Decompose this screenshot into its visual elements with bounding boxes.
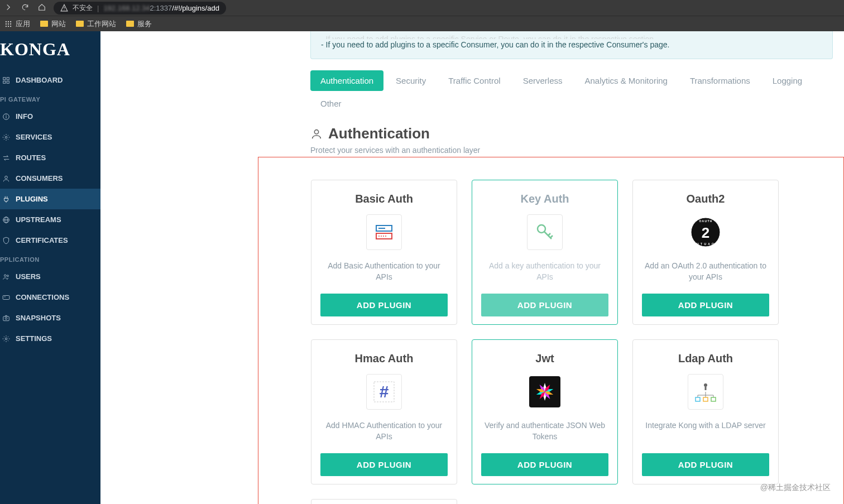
tab-logging[interactable]: Logging [763, 70, 812, 91]
plug-icon [2, 195, 10, 203]
svg-point-18 [5, 136, 7, 138]
tab-other[interactable]: Other [310, 93, 352, 114]
svg-point-35 [381, 236, 382, 237]
insecure-label: 不安全 [73, 3, 93, 13]
sidebar-item-plugins[interactable]: PLUGINS [0, 189, 100, 209]
plugin-title: Key Auth [520, 193, 569, 205]
info-icon [2, 113, 10, 121]
plugin-description: Add HMAC Authentication to your APIs [320, 420, 448, 443]
sidebar-item-dashboard[interactable]: DASHBOARD [0, 70, 100, 90]
user-icon [2, 175, 10, 183]
folder-icon [126, 21, 134, 27]
tab-authentication[interactable]: Authentication [310, 70, 383, 91]
camera-icon [2, 314, 10, 322]
svg-text:#: # [380, 382, 389, 401]
add-plugin-button[interactable]: ADD PLUGIN [642, 294, 769, 316]
sidebar-item-routes[interactable]: ROUTES [0, 147, 100, 168]
plugin-icon: # [366, 374, 402, 410]
svg-rect-25 [3, 295, 9, 299]
dashboard-icon [2, 76, 10, 84]
logo: KONGA [0, 31, 100, 70]
highlighted-region: Basic AuthAdd Basic Authentication to yo… [258, 157, 844, 504]
bookmark-folder[interactable]: 网站 [40, 19, 66, 29]
plugin-description: Verify and authenticate JSON Web Tokens [481, 420, 608, 443]
add-plugin-button[interactable]: ADD PLUGIN [320, 294, 448, 316]
tab-serverless[interactable]: Serverless [513, 70, 573, 91]
tab-security[interactable]: Security [386, 70, 436, 91]
plugin-icon [527, 374, 563, 410]
svg-text:2: 2 [702, 224, 709, 241]
sidebar-item-users[interactable]: USERS [0, 266, 100, 287]
svg-point-10 [10, 25, 11, 26]
link-icon [2, 294, 10, 301]
svg-rect-13 [3, 81, 6, 83]
svg-point-24 [7, 275, 8, 276]
section-subtitle: Protect your services with an authentica… [310, 146, 844, 155]
sidebar-item-upstreams[interactable]: UPSTREAMS [0, 209, 100, 230]
plugin-description: Add a key authentication to your APIs [481, 260, 608, 284]
svg-rect-27 [3, 316, 9, 321]
svg-point-9 [8, 25, 9, 26]
svg-rect-57 [696, 397, 700, 401]
svg-point-50 [704, 383, 707, 387]
sidebar-item-services[interactable]: SERVICES [0, 127, 100, 147]
plugin-card-hmac-auth: Hmac Auth#Add HMAC Authentication to you… [311, 339, 457, 484]
forward-icon[interactable] [4, 3, 12, 13]
add-plugin-button[interactable]: ADD PLUGIN [481, 453, 608, 476]
svg-point-4 [10, 21, 11, 22]
folder-icon [76, 21, 84, 27]
svg-line-41 [550, 236, 553, 238]
add-plugin-button[interactable]: ADD PLUGIN [481, 294, 608, 316]
svg-point-19 [5, 176, 8, 179]
svg-point-1 [64, 9, 64, 10]
sidebar-item-consumers[interactable]: CONSUMERS [0, 168, 100, 189]
svg-rect-12 [7, 77, 9, 79]
svg-point-38 [538, 225, 545, 233]
reload-icon[interactable] [21, 3, 29, 13]
apps-icon [4, 20, 12, 28]
svg-point-36 [383, 236, 384, 237]
svg-rect-51 [705, 387, 707, 390]
plugin-title: Basic Auth [355, 193, 413, 205]
svg-rect-59 [711, 397, 716, 401]
svg-point-6 [8, 23, 9, 24]
svg-text:H T U A O: H T U A O [697, 242, 714, 246]
svg-point-8 [6, 25, 7, 26]
apps-button[interactable]: 应用 [4, 19, 30, 29]
url-box[interactable]: 不安全 | 192.168.12.342:1337/#!/plugins/add [54, 2, 226, 15]
sidebar-item-connections[interactable]: CONNECTIONS [0, 287, 100, 308]
svg-point-28 [5, 317, 7, 319]
svg-point-5 [6, 23, 7, 24]
plugin-card-key-auth: Key AuthAdd a key authentication to your… [472, 180, 618, 325]
sidebar-item-certificates[interactable]: CERTIFICATES [0, 230, 100, 251]
plugin-description: Add an OAuth 2.0 authentication to your … [642, 260, 769, 284]
svg-point-17 [6, 114, 7, 115]
watermark: @稀土掘金技术社区 [760, 483, 831, 493]
sidebar-item-snapshots[interactable]: SNAPSHOTS [0, 308, 100, 328]
section-title: Authentication [328, 125, 430, 142]
sidebar-item-info[interactable]: INFO [0, 106, 100, 127]
sidebar-item-settings[interactable]: SETTINGS [0, 328, 100, 349]
bookmark-folder[interactable]: 服务 [126, 19, 152, 29]
exchange-icon [2, 154, 10, 162]
plugin-title: Oauth2 [687, 193, 725, 205]
svg-point-7 [10, 23, 11, 24]
bookmark-folder[interactable]: 工作网站 [76, 19, 116, 29]
tab-analytics[interactable]: Analytics & Monitoring [575, 70, 678, 91]
home-icon[interactable] [38, 3, 46, 13]
plugin-card-session: SessionSupport sessions for Kong Authent… [311, 499, 457, 504]
svg-rect-58 [703, 397, 708, 401]
svg-rect-14 [7, 81, 9, 83]
sidebar-section-gateway: PI GATEWAY [0, 90, 100, 106]
add-plugin-button[interactable]: ADD PLUGIN [642, 453, 769, 476]
plugin-icon [527, 214, 563, 250]
plugin-card-oauth2: Oauth2O A U T H2H T U A OAdd an OAuth 2.… [632, 180, 779, 325]
svg-point-23 [4, 274, 7, 276]
sidebar-section-application: PPLICATION [0, 251, 100, 266]
insecure-icon [60, 4, 68, 12]
main-content: - If you need to add plugins to a specif… [100, 31, 844, 504]
tab-traffic-control[interactable]: Traffic Control [438, 70, 510, 91]
add-plugin-button[interactable]: ADD PLUGIN [320, 453, 448, 476]
info-banner: - If you need to add plugins to a specif… [310, 31, 833, 59]
tab-transformations[interactable]: Transformations [680, 70, 760, 91]
